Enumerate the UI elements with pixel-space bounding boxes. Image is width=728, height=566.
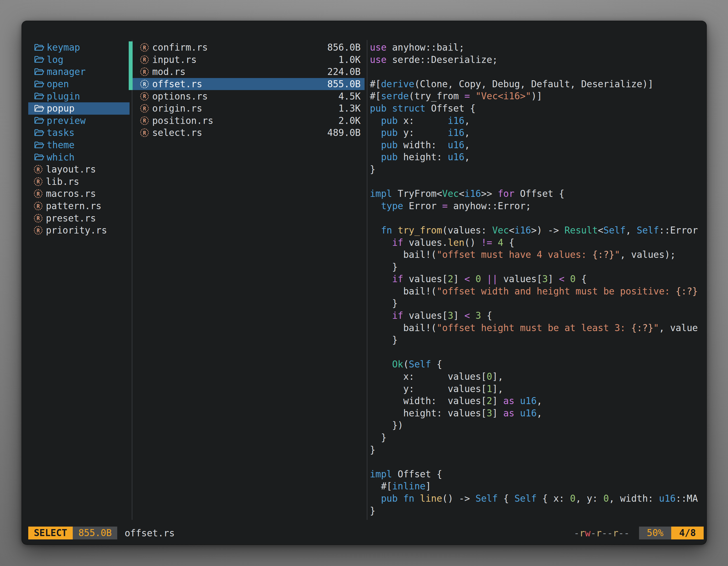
item-label: popup: [47, 103, 74, 114]
code-line: [370, 176, 703, 188]
item-label: open: [47, 79, 69, 90]
code-line: }: [370, 505, 703, 517]
rust-file-icon: R: [34, 226, 43, 235]
item-label: preview: [47, 115, 86, 126]
item-label: manager: [47, 66, 86, 77]
code-line: if values[2] < 0 || values[3] < 0 {: [370, 273, 703, 285]
code-line: if values.len() != 4 {: [370, 237, 703, 249]
code-line: pub height: u16,: [370, 151, 703, 163]
parent-file-item[interactable]: Rlib.rs: [28, 176, 130, 188]
item-label: preset.rs: [46, 213, 96, 224]
rust-file-icon: R: [140, 55, 149, 64]
parent-file-item[interactable]: Rpriority.rs: [28, 224, 130, 237]
open-folder-icon: [34, 67, 44, 76]
file-size: 4.5K: [339, 91, 361, 102]
parent-dir-item[interactable]: manager: [28, 66, 130, 78]
file-row[interactable]: Roptions.rs4.5K: [132, 90, 365, 102]
scroll-percent-badge: 50%: [639, 527, 671, 539]
item-label: priority.rs: [46, 225, 107, 236]
rust-file-icon: R: [140, 104, 149, 113]
code-line: impl Offset {: [370, 468, 703, 480]
rust-file-icon: R: [34, 165, 43, 174]
file-name: confirm.rs: [152, 42, 327, 53]
file-row[interactable]: Rinput.rs1.0K: [132, 54, 365, 66]
parent-file-item[interactable]: Rpattern.rs: [28, 200, 130, 212]
code-line: y: values[1],: [370, 383, 703, 395]
rust-file-icon: R: [34, 189, 43, 198]
file-size: 224.0B: [327, 66, 361, 77]
file-row[interactable]: Rconfirm.rs856.0B: [132, 41, 365, 54]
code-line: x: values[0],: [370, 370, 703, 383]
file-row[interactable]: Rorigin.rs1.3K: [132, 102, 365, 115]
code-line: }: [370, 297, 703, 309]
item-label: log: [47, 54, 64, 65]
selected-files-marker: [129, 41, 133, 90]
rust-file-icon: R: [140, 80, 149, 88]
file-row[interactable]: Rposition.rs2.0K: [132, 115, 365, 127]
code-line: bail!("offset width and height must be p…: [370, 285, 703, 297]
parent-dir-item[interactable]: popup: [28, 102, 130, 115]
rust-file-icon: R: [140, 43, 149, 52]
code-line: pub fn line() -> Self { Self { x: 0, y: …: [370, 492, 703, 505]
parent-dir-item[interactable]: open: [28, 78, 130, 90]
item-label: keymap: [47, 42, 80, 53]
file-name: options.rs: [152, 91, 339, 102]
open-folder-icon: [34, 92, 44, 101]
file-name: position.rs: [152, 115, 339, 126]
code-line: }: [370, 163, 703, 176]
parent-file-item[interactable]: Rpreset.rs: [28, 212, 130, 224]
parent-dir-item[interactable]: which: [28, 151, 130, 163]
item-label: macros.rs: [46, 188, 96, 199]
code-line: }: [370, 334, 703, 346]
item-label: lib.rs: [46, 176, 79, 187]
code-line: Ok(Self {: [370, 358, 703, 370]
open-folder-icon: [34, 43, 44, 52]
pane-separator-right: [367, 40, 367, 520]
code-line: #[derive(Clone, Copy, Debug, Default, De…: [370, 78, 703, 90]
open-folder-icon: [34, 55, 44, 64]
parent-dir-item[interactable]: plugin: [28, 90, 130, 102]
item-label: plugin: [47, 91, 80, 102]
permissions-text: -rw-r--r--: [574, 528, 630, 539]
parent-dir-item[interactable]: tasks: [28, 127, 130, 139]
open-folder-icon: [34, 80, 44, 89]
code-line: type Error = anyhow::Error;: [370, 200, 703, 212]
code-line: bail!("offset height must be at least 3:…: [370, 322, 703, 334]
code-line: if values[3] < 3 {: [370, 309, 703, 322]
code-line: fn try_from(values: Vec<i16>) -> Result<…: [370, 224, 703, 237]
open-folder-icon: [34, 153, 44, 162]
code-line: height: values[3] as u16,: [370, 407, 703, 419]
file-manager-window: keymaplogmanageropenpluginpopuppreviewta…: [22, 21, 706, 544]
item-label: layout.rs: [46, 164, 96, 175]
parent-file-item[interactable]: Rlayout.rs: [28, 163, 130, 176]
file-row[interactable]: Rmod.rs224.0B: [132, 66, 365, 78]
rust-file-icon: R: [140, 116, 149, 125]
code-line: }: [370, 444, 703, 456]
file-name: select.rs: [152, 127, 327, 138]
status-right-group: -rw-r--r-- 50% 4/8: [574, 527, 704, 539]
file-name: mod.rs: [152, 66, 327, 77]
file-name: offset.rs: [152, 79, 327, 90]
rust-file-icon: R: [34, 202, 43, 210]
code-line: [370, 346, 703, 358]
parent-dir-item[interactable]: log: [28, 54, 130, 66]
open-folder-icon: [34, 104, 44, 113]
file-name: input.rs: [152, 54, 339, 65]
file-size-badge: 855.0B: [73, 527, 117, 539]
code-line: pub struct Offset {: [370, 102, 703, 115]
code-line: width: values[2] as u16,: [370, 395, 703, 407]
file-row[interactable]: Rselect.rs489.0B: [132, 127, 365, 139]
parent-dir-item[interactable]: keymap: [28, 41, 130, 54]
rust-file-icon: R: [140, 92, 149, 101]
file-row[interactable]: Roffset.rs855.0B: [132, 78, 365, 90]
file-size: 489.0B: [327, 127, 361, 138]
parent-dir-item[interactable]: preview: [28, 115, 130, 127]
code-line: use serde::Deserialize;: [370, 54, 703, 66]
parent-file-item[interactable]: Rmacros.rs: [28, 188, 130, 200]
code-line: [370, 66, 703, 78]
open-folder-icon: [34, 128, 44, 137]
file-size: 1.3K: [339, 103, 361, 114]
open-folder-icon: [34, 141, 44, 150]
parent-dir-item[interactable]: theme: [28, 139, 130, 151]
file-name: origin.rs: [152, 103, 339, 114]
